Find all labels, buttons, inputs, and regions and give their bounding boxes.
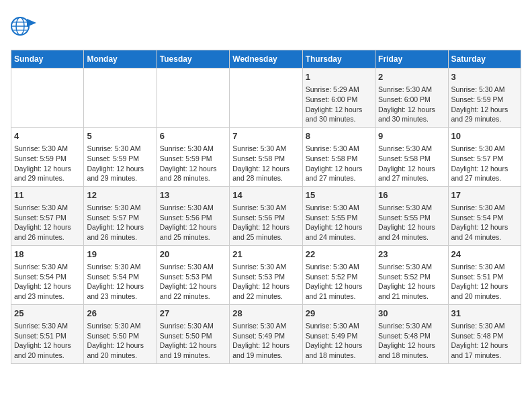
calendar-day-cell: 17Sunrise: 5:30 AMSunset: 5:54 PMDayligh… (448, 186, 521, 245)
day-number: 8 (306, 130, 372, 142)
calendar-day-cell: 9Sunrise: 5:30 AMSunset: 5:58 PMDaylight… (375, 127, 448, 186)
weekday-header-row: SundayMondayTuesdayWednesdayThursdayFrid… (11, 50, 521, 68)
day-number: 13 (160, 189, 226, 201)
day-info: Sunrise: 5:30 AMSunset: 5:58 PMDaylight:… (378, 144, 445, 183)
calendar-day-cell: 31Sunrise: 5:30 AMSunset: 5:48 PMDayligh… (448, 304, 521, 363)
day-info: Sunrise: 5:30 AMSunset: 5:56 PMDaylight:… (232, 203, 299, 242)
day-info: Sunrise: 5:30 AMSunset: 5:59 PMDaylight:… (160, 144, 226, 183)
calendar-day-cell: 21Sunrise: 5:30 AMSunset: 5:53 PMDayligh… (230, 245, 302, 304)
day-number: 20 (160, 248, 226, 261)
day-number: 24 (451, 248, 518, 261)
day-info: Sunrise: 5:30 AMSunset: 5:59 PMDaylight:… (87, 144, 153, 183)
day-info: Sunrise: 5:30 AMSunset: 5:54 PMDaylight:… (14, 262, 81, 302)
day-info: Sunrise: 5:30 AMSunset: 5:59 PMDaylight:… (451, 85, 518, 124)
calendar-day-cell: 3Sunrise: 5:30 AMSunset: 5:59 PMDaylight… (448, 68, 521, 128)
day-number: 27 (160, 308, 226, 320)
calendar-day-cell: 16Sunrise: 5:30 AMSunset: 5:55 PMDayligh… (375, 186, 448, 245)
calendar-day-cell: 10Sunrise: 5:30 AMSunset: 5:57 PMDayligh… (448, 127, 521, 186)
calendar-week-row: 11Sunrise: 5:30 AMSunset: 5:57 PMDayligh… (11, 186, 521, 245)
calendar-week-row: 4Sunrise: 5:30 AMSunset: 5:59 PMDaylight… (11, 127, 521, 186)
page-header (11, 11, 521, 42)
calendar-day-cell: 23Sunrise: 5:30 AMSunset: 5:52 PMDayligh… (375, 245, 448, 304)
day-info: Sunrise: 5:30 AMSunset: 5:55 PMDaylight:… (378, 203, 445, 242)
calendar-day-cell: 29Sunrise: 5:30 AMSunset: 5:49 PMDayligh… (302, 304, 375, 363)
day-info: Sunrise: 5:30 AMSunset: 5:50 PMDaylight:… (87, 321, 153, 361)
day-number: 26 (87, 308, 153, 320)
day-number: 11 (14, 189, 81, 201)
svg-marker-6 (27, 19, 36, 27)
day-number: 25 (14, 308, 81, 320)
day-number: 17 (451, 189, 518, 201)
calendar-day-cell: 2Sunrise: 5:30 AMSunset: 6:00 PMDaylight… (375, 68, 448, 128)
calendar-day-cell: 8Sunrise: 5:30 AMSunset: 5:58 PMDaylight… (302, 127, 375, 186)
day-info: Sunrise: 5:30 AMSunset: 5:51 PMDaylight:… (451, 262, 518, 302)
weekday-header-cell: Monday (84, 50, 157, 68)
day-info: Sunrise: 5:30 AMSunset: 5:53 PMDaylight:… (160, 262, 226, 302)
weekday-header-cell: Thursday (302, 50, 375, 68)
calendar-day-cell: 25Sunrise: 5:30 AMSunset: 5:51 PMDayligh… (11, 304, 84, 363)
day-number: 1 (306, 71, 372, 83)
day-number: 5 (87, 130, 153, 142)
day-number: 22 (306, 248, 372, 261)
day-info: Sunrise: 5:30 AMSunset: 5:51 PMDaylight:… (14, 321, 81, 361)
calendar-day-cell: 18Sunrise: 5:30 AMSunset: 5:54 PMDayligh… (11, 245, 84, 304)
day-number: 4 (14, 130, 81, 142)
day-number: 2 (378, 71, 445, 83)
calendar-day-cell: 20Sunrise: 5:30 AMSunset: 5:53 PMDayligh… (157, 245, 229, 304)
day-number: 7 (232, 130, 299, 142)
day-info: Sunrise: 5:30 AMSunset: 5:54 PMDaylight:… (451, 203, 518, 242)
calendar-week-row: 18Sunrise: 5:30 AMSunset: 5:54 PMDayligh… (11, 245, 521, 304)
day-number: 15 (306, 189, 372, 201)
calendar-day-cell: 27Sunrise: 5:30 AMSunset: 5:50 PMDayligh… (157, 304, 229, 363)
day-info: Sunrise: 5:30 AMSunset: 5:48 PMDaylight:… (451, 321, 518, 361)
calendar-day-cell (157, 68, 229, 128)
day-number: 6 (160, 130, 226, 142)
calendar-body: 1Sunrise: 5:29 AMSunset: 6:00 PMDaylight… (11, 68, 521, 364)
day-info: Sunrise: 5:30 AMSunset: 5:48 PMDaylight:… (378, 321, 445, 361)
day-number: 16 (378, 189, 445, 201)
day-info: Sunrise: 5:30 AMSunset: 5:52 PMDaylight:… (378, 262, 445, 302)
calendar-day-cell: 28Sunrise: 5:30 AMSunset: 5:49 PMDayligh… (230, 304, 302, 363)
day-info: Sunrise: 5:30 AMSunset: 5:57 PMDaylight:… (87, 203, 153, 242)
day-info: Sunrise: 5:30 AMSunset: 6:00 PMDaylight:… (378, 85, 445, 124)
day-info: Sunrise: 5:30 AMSunset: 5:49 PMDaylight:… (306, 321, 372, 361)
day-info: Sunrise: 5:29 AMSunset: 6:00 PMDaylight:… (306, 85, 372, 124)
calendar-day-cell: 14Sunrise: 5:30 AMSunset: 5:56 PMDayligh… (230, 186, 302, 245)
weekday-header-cell: Sunday (11, 50, 84, 68)
day-info: Sunrise: 5:30 AMSunset: 5:57 PMDaylight:… (451, 144, 518, 183)
calendar-day-cell: 12Sunrise: 5:30 AMSunset: 5:57 PMDayligh… (84, 186, 157, 245)
calendar-day-cell: 7Sunrise: 5:30 AMSunset: 5:58 PMDaylight… (230, 127, 302, 186)
day-info: Sunrise: 5:30 AMSunset: 5:49 PMDaylight:… (232, 321, 299, 361)
day-info: Sunrise: 5:30 AMSunset: 5:56 PMDaylight:… (160, 203, 226, 242)
weekday-header-cell: Friday (375, 50, 448, 68)
day-info: Sunrise: 5:30 AMSunset: 5:57 PMDaylight:… (14, 203, 81, 242)
day-number: 14 (232, 189, 299, 201)
calendar-day-cell: 26Sunrise: 5:30 AMSunset: 5:50 PMDayligh… (84, 304, 157, 363)
day-info: Sunrise: 5:30 AMSunset: 5:53 PMDaylight:… (232, 262, 299, 302)
day-info: Sunrise: 5:30 AMSunset: 5:52 PMDaylight:… (306, 262, 372, 302)
day-number: 30 (378, 308, 445, 320)
calendar-day-cell (11, 68, 84, 128)
calendar-week-row: 25Sunrise: 5:30 AMSunset: 5:51 PMDayligh… (11, 304, 521, 363)
calendar-week-row: 1Sunrise: 5:29 AMSunset: 6:00 PMDaylight… (11, 68, 521, 128)
calendar-day-cell: 1Sunrise: 5:29 AMSunset: 6:00 PMDaylight… (302, 68, 375, 128)
day-number: 18 (14, 248, 81, 261)
weekday-header-cell: Saturday (448, 50, 521, 68)
calendar-day-cell: 11Sunrise: 5:30 AMSunset: 5:57 PMDayligh… (11, 186, 84, 245)
day-info: Sunrise: 5:30 AMSunset: 5:59 PMDaylight:… (14, 144, 81, 183)
calendar-day-cell: 15Sunrise: 5:30 AMSunset: 5:55 PMDayligh… (302, 186, 375, 245)
day-number: 10 (451, 130, 518, 142)
day-number: 28 (232, 308, 299, 320)
calendar-day-cell (84, 68, 157, 128)
calendar-day-cell: 24Sunrise: 5:30 AMSunset: 5:51 PMDayligh… (448, 245, 521, 304)
calendar-day-cell: 5Sunrise: 5:30 AMSunset: 5:59 PMDaylight… (84, 127, 157, 186)
day-number: 31 (451, 308, 518, 320)
calendar-day-cell (230, 68, 302, 128)
logo (11, 13, 39, 42)
calendar-day-cell: 19Sunrise: 5:30 AMSunset: 5:54 PMDayligh… (84, 245, 157, 304)
weekday-header-cell: Tuesday (157, 50, 229, 68)
calendar-day-cell: 6Sunrise: 5:30 AMSunset: 5:59 PMDaylight… (157, 127, 229, 186)
calendar-day-cell: 4Sunrise: 5:30 AMSunset: 5:59 PMDaylight… (11, 127, 84, 186)
day-info: Sunrise: 5:30 AMSunset: 5:55 PMDaylight:… (306, 203, 372, 242)
day-number: 21 (232, 248, 299, 261)
